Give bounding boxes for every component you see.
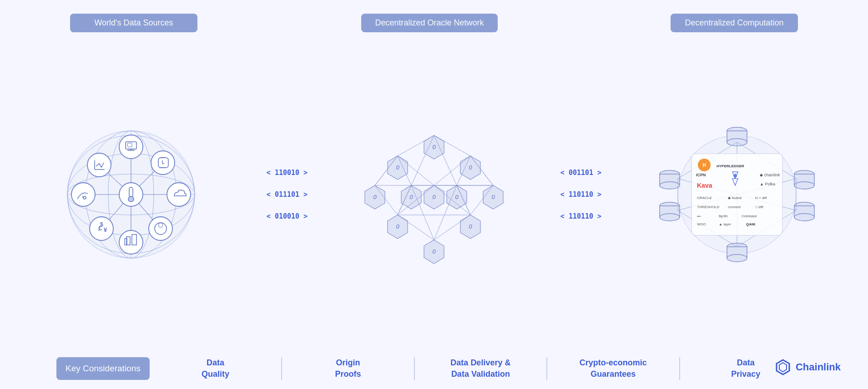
- svg-marker-152: [777, 360, 789, 374]
- svg-text:H: H: [702, 163, 706, 168]
- consideration-crypto-economic: Crypto-economicGuarantees: [547, 357, 680, 380]
- content-row: .globe-circle { fill: none; stroke: #a0b…: [25, 46, 843, 344]
- computation-diagram: .comp-circle { fill: #eef0fa; stroke: #a…: [657, 120, 817, 269]
- svg-text:0: 0: [455, 194, 459, 200]
- right-code-section: < 001101 > < 110110 > < 110110 >: [551, 169, 611, 220]
- svg-point-119: [727, 254, 747, 262]
- globe-diagram: .globe-circle { fill: none; stroke: #a0b…: [58, 122, 204, 267]
- left-code-section: < 110010 > < 011101 > < 010010 >: [257, 169, 317, 220]
- svg-text:0: 0: [432, 248, 436, 255]
- svg-text:WOO: WOO: [697, 222, 706, 226]
- svg-line-80: [434, 135, 457, 185]
- computation-section: .comp-circle { fill: #eef0fa; stroke: #a…: [651, 120, 823, 269]
- svg-text:$: $: [100, 221, 103, 228]
- svg-text:▲ Polka: ▲ Polka: [760, 182, 775, 186]
- key-considerations-badge: Key Considerations: [56, 357, 150, 380]
- main-container: World's Data Sources Decentralized Oracl…: [0, 0, 868, 389]
- code-left-1: < 110010 >: [267, 169, 308, 177]
- svg-text:0: 0: [409, 194, 413, 200]
- svg-text:♦: ♦: [733, 170, 737, 180]
- oracle-diagram: .hex { fill: #dde2f5; stroke: #8090cc; s…: [357, 110, 511, 279]
- svg-text:connext: connext: [728, 205, 741, 209]
- svg-point-38: [149, 217, 172, 240]
- svg-text:0: 0: [469, 164, 472, 171]
- globe-section: .globe-circle { fill: none; stroke: #a0b…: [45, 122, 217, 267]
- svg-text:HYPERLEDGER: HYPERLEDGER: [717, 164, 744, 168]
- chainlink-icon: [775, 359, 791, 375]
- oracle-section: .hex { fill: #dde2f5; stroke: #8090cc; s…: [357, 110, 511, 279]
- svg-text:0: 0: [469, 223, 472, 230]
- svg-text:$ynth: $ynth: [719, 214, 728, 218]
- svg-text:0: 0: [373, 194, 377, 200]
- svg-point-31: [167, 183, 191, 206]
- svg-point-45: [119, 230, 143, 254]
- svg-point-25: [151, 151, 175, 175]
- svg-text:0: 0: [432, 144, 436, 150]
- svg-text:◆ chainlink: ◆ chainlink: [760, 173, 780, 177]
- svg-line-79: [411, 135, 434, 185]
- svg-point-16: [119, 183, 143, 206]
- svg-text:▲ layer: ▲ layer: [719, 222, 732, 226]
- svg-text:0: 0: [432, 194, 436, 200]
- svg-text:ORACLE: ORACLE: [697, 196, 712, 200]
- worlds-data-badge: World's Data Sources: [70, 14, 197, 32]
- chainlink-logo: Chainlink: [775, 359, 841, 375]
- svg-point-113: [794, 182, 814, 189]
- svg-marker-153: [779, 363, 787, 372]
- svg-text:ICPN: ICPN: [696, 173, 706, 177]
- svg-text:◆ Nulink: ◆ Nulink: [728, 196, 742, 200]
- computation-badge: Decentralized Computation: [671, 14, 798, 32]
- svg-text:THRESHOLD: THRESHOLD: [697, 205, 720, 209]
- considerations-row: DataQuality OriginProofs Data Delivery &…: [150, 357, 812, 380]
- svg-text:□ diff: □ diff: [755, 205, 763, 209]
- svg-point-18: [128, 196, 134, 202]
- svg-text:¥: ¥: [104, 226, 107, 233]
- code-right-2: < 110110 >: [560, 190, 601, 199]
- code-left-2: < 011101 >: [267, 190, 308, 199]
- consideration-origin-proofs: OriginProofs: [282, 357, 414, 380]
- header-row: World's Data Sources Decentralized Oracl…: [47, 14, 821, 32]
- svg-point-107: [660, 182, 680, 189]
- code-right-1: < 001101 >: [560, 169, 601, 177]
- svg-point-116: [794, 214, 814, 221]
- consideration-data-quality: DataQuality: [150, 357, 282, 380]
- svg-text:0: 0: [396, 164, 399, 171]
- svg-text:0: 0: [491, 194, 495, 200]
- svg-point-110: [660, 214, 680, 221]
- code-left-3: < 010010 >: [267, 212, 308, 220]
- svg-text:H > diff: H > diff: [755, 196, 767, 200]
- svg-point-35: [87, 153, 111, 177]
- svg-text:QANI: QANI: [746, 222, 755, 226]
- svg-text:Kava: Kava: [697, 182, 712, 189]
- svg-point-32: [71, 183, 95, 206]
- svg-text:Coinbase: Coinbase: [742, 214, 757, 218]
- svg-text:•••: •••: [697, 214, 701, 218]
- consideration-data-delivery: Data Delivery &Data Validation: [415, 357, 547, 380]
- code-right-3: < 110110 >: [560, 212, 601, 220]
- bottom-row: Key Considerations DataQuality OriginPro…: [47, 357, 821, 380]
- oracle-network-badge: Decentralized Oracle Network: [361, 14, 497, 32]
- svg-text:0: 0: [396, 223, 399, 230]
- chainlink-label: Chainlink: [796, 361, 841, 373]
